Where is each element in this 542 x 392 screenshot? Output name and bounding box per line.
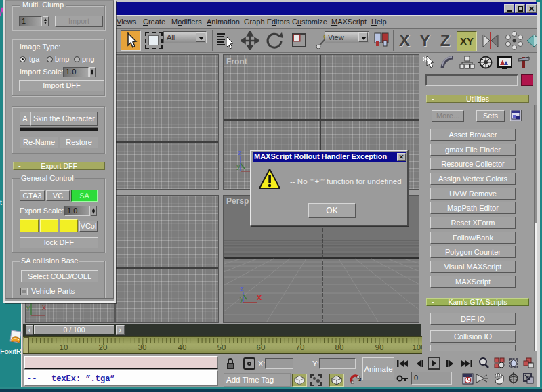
svg-text:x: x <box>42 303 46 312</box>
svg-text:z: z <box>240 285 244 292</box>
svg-text:y: y <box>236 162 241 170</box>
svg-text:y: y <box>240 295 244 303</box>
svg-text:y: y <box>26 303 30 311</box>
svg-text:z: z <box>238 148 242 156</box>
svg-text:3: 3 <box>358 376 362 383</box>
svg-text:x: x <box>257 292 262 302</box>
